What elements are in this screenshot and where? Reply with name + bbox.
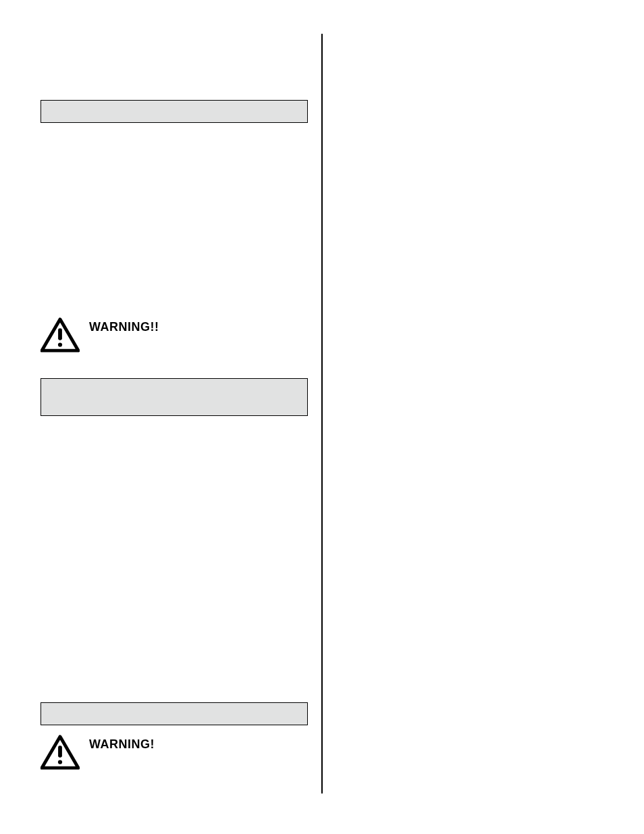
- spacer: [41, 416, 308, 702]
- svg-rect-1: [58, 328, 62, 340]
- section-heading-bar: [41, 702, 308, 725]
- document-page: WARNING!! WARNING!: [0, 0, 644, 834]
- two-column-layout: WARNING!! WARNING!: [41, 34, 603, 793]
- spacer: [41, 725, 308, 735]
- svg-point-5: [58, 760, 62, 764]
- warning-callout-upper: WARNING!!: [41, 317, 308, 353]
- svg-rect-4: [58, 746, 62, 757]
- warning-callout-lower: WARNING!: [41, 735, 308, 770]
- warning-triangle-icon: [41, 735, 80, 770]
- spacer: [41, 34, 308, 100]
- spacer: [41, 353, 308, 378]
- spacer: [41, 123, 308, 317]
- section-heading-bar: [41, 100, 308, 123]
- warning-label: WARNING!: [89, 737, 155, 752]
- warning-triangle-icon: [41, 317, 80, 353]
- svg-point-2: [58, 342, 62, 346]
- left-column: WARNING!! WARNING!: [41, 34, 308, 793]
- column-divider: [321, 34, 323, 793]
- warning-label: WARNING!!: [89, 320, 159, 334]
- section-heading-bar: [41, 378, 308, 416]
- right-column: [336, 34, 603, 793]
